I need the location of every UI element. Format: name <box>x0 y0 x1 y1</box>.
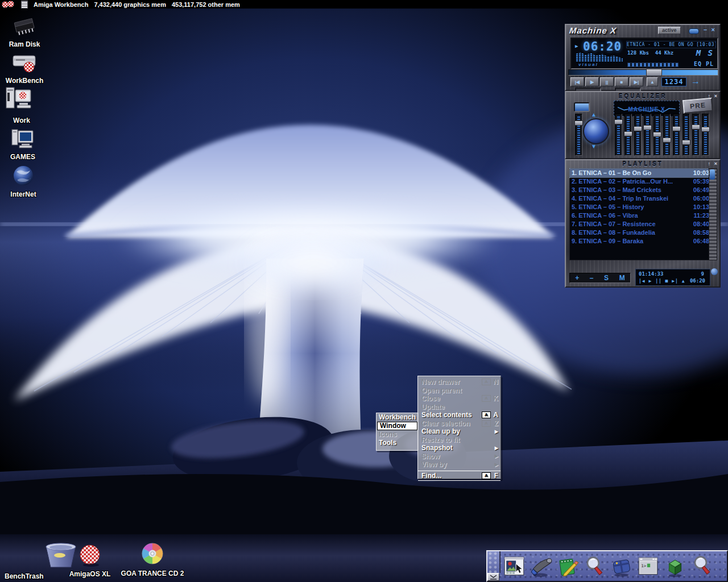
menu-item-new-drawer[interactable]: New drawerAN <box>418 378 500 386</box>
icon-label: AmigaOS XL <box>67 570 113 578</box>
track-counter-display: 1234 <box>661 77 686 86</box>
dock-notes-button[interactable] <box>557 554 580 580</box>
screen-depth-icon[interactable] <box>21 1 28 9</box>
preset-button[interactable]: PRE <box>682 98 713 114</box>
playlist-row[interactable]: 8.ETNICA – 08 – Funkadelia08:58 <box>570 228 711 237</box>
play-state-icon: ▶ <box>575 43 578 49</box>
eq-band-8[interactable] <box>682 114 690 156</box>
playlist-row[interactable]: 7.ETNICA – 07 – Resistence08:40 <box>570 220 711 228</box>
menu-item-view-by[interactable]: View by▶ <box>418 460 500 469</box>
eq-pl-buttons[interactable]: EQ PL <box>694 61 714 67</box>
menu-item-show[interactable]: Show▶ <box>418 452 500 461</box>
eject-button[interactable]: ▲ <box>647 77 658 86</box>
menu-item-snapshot[interactable]: Snapshot▶ <box>418 444 500 452</box>
next-button[interactable]: ▶| <box>630 77 643 86</box>
eq-band-7[interactable] <box>673 114 680 156</box>
desktop-icon-amigaos-xl[interactable]: AmigaOS XL <box>67 543 113 578</box>
menu-item-resize-to-fit[interactable]: Resize to fit <box>418 436 500 444</box>
menu-item-find[interactable]: Find...AF <box>418 471 500 481</box>
eq-band-9[interactable] <box>692 114 700 156</box>
select-button[interactable]: S <box>604 274 609 282</box>
dock-organizer-button[interactable] <box>610 554 633 580</box>
eq-band-6[interactable] <box>663 114 671 156</box>
playlist-row[interactable]: 2.ETNICA – 02 – Patricia...Our H...05:39 <box>570 177 711 186</box>
dock-search-button[interactable] <box>584 554 606 580</box>
desktop-icon-internet[interactable]: InterNet <box>7 164 40 198</box>
slider-thumb[interactable] <box>614 119 623 124</box>
play-button[interactable]: ▶ <box>585 77 599 86</box>
playlist-row[interactable]: 1.ETNICA – 01 – Be On Go10:03 <box>570 169 711 177</box>
menu-tools[interactable]: Tools <box>377 439 418 447</box>
menu-icons[interactable]: Icons <box>377 430 418 439</box>
slider-thumb[interactable] <box>653 132 661 137</box>
stop-button[interactable]: ■ <box>615 77 628 86</box>
eq-band-1[interactable] <box>615 114 622 156</box>
menu-item-clear-selection[interactable]: Clear selectionAZ <box>418 419 500 428</box>
close-button[interactable]: × <box>712 27 715 33</box>
playlist-row[interactable]: 6.ETNICA – 06 – Vibra11:23 <box>570 211 711 220</box>
desktop-icon-games[interactable]: GAMES <box>7 128 39 161</box>
playlist-close-gadget[interactable]: × <box>714 161 717 167</box>
playlist-scrollbar[interactable] <box>709 168 717 260</box>
playlist-row[interactable]: 4.ETNICA – 04 – Trip In Transkei06:00 <box>570 194 711 203</box>
menu-workbench[interactable]: Workbench <box>377 413 418 422</box>
dock-search-2-button[interactable] <box>690 554 713 580</box>
dock-shell-button[interactable]: 1> <box>637 554 660 580</box>
slider-thumb[interactable] <box>574 120 583 126</box>
dock-cube-button[interactable] <box>664 554 686 580</box>
remove-button[interactable]: – <box>590 274 594 282</box>
slider-thumb[interactable] <box>624 131 632 136</box>
playlist-row[interactable]: 3.ETNICA – 03 – Mad Crickets06:49 <box>570 186 711 194</box>
ram-chip-icon <box>12 15 37 38</box>
desktop-icon-goa-trance-cd[interactable]: GOA TRANCE CD 2 <box>121 542 184 577</box>
desktop-icon-ram-disk[interactable]: Ram Disk <box>5 15 44 48</box>
misc-button[interactable]: M <box>619 274 625 282</box>
next-arrow-button[interactable]: → <box>691 76 700 86</box>
eq-close-gadget[interactable]: × <box>714 93 717 99</box>
playlist-ball-button[interactable] <box>711 268 718 275</box>
add-button[interactable]: + <box>575 274 579 282</box>
desktop-icon-workbench[interactable]: WorkBench <box>3 52 46 85</box>
slider-thumb[interactable] <box>672 126 681 131</box>
dock-drag-handle[interactable] <box>487 551 500 573</box>
scrollbar-thumb[interactable] <box>710 169 715 180</box>
menu-item-open-parent[interactable]: Open parent <box>418 386 500 395</box>
slider-thumb[interactable] <box>634 126 642 131</box>
dock-sound-button[interactable] <box>530 554 553 580</box>
iconify-button[interactable] <box>689 28 699 34</box>
mini-transport[interactable]: |◀ ▶ || ■ ▶| ▲ <box>639 278 685 284</box>
playlist-row[interactable]: 9.ETNICA – 09 – Baraka06:48 <box>570 237 711 246</box>
menu-item-clean-up-by[interactable]: Clean up by▶ <box>418 427 500 436</box>
volume-down-icon[interactable]: ▼ <box>591 143 597 149</box>
dock-multiview-button[interactable] <box>503 554 526 580</box>
menu-item-close[interactable]: CloseAK <box>418 394 500 403</box>
eq-band-2[interactable] <box>624 114 632 156</box>
seek-bar[interactable] <box>568 69 718 76</box>
minimize-button[interactable]: – <box>704 27 707 33</box>
eq-band-10[interactable] <box>702 114 709 156</box>
balance-strip[interactable] <box>627 63 679 67</box>
slider-thumb[interactable] <box>643 125 652 130</box>
eq-band-4[interactable] <box>644 114 651 156</box>
slider-thumb[interactable] <box>682 140 690 145</box>
seek-handle[interactable] <box>646 69 662 76</box>
slider-thumb[interactable] <box>692 124 700 130</box>
preamp-slider[interactable] <box>575 114 582 156</box>
eq-band-5[interactable] <box>653 114 661 156</box>
eq-on-off-button[interactable] <box>574 102 590 112</box>
slider-thumb[interactable] <box>663 138 671 143</box>
dock-collapse-button[interactable] <box>487 573 499 581</box>
playlist-shade-gadget[interactable]: ↑ <box>708 161 711 167</box>
pause-button[interactable]: || <box>600 77 614 86</box>
volume-up-icon[interactable]: ▲ <box>591 111 597 118</box>
menu-item-select-contents[interactable]: Select contentsAA <box>418 411 500 419</box>
menu-window[interactable]: Window <box>377 422 417 430</box>
eq-band-3[interactable] <box>634 114 642 156</box>
slider-thumb[interactable] <box>701 127 710 132</box>
track-duration: 06:00 <box>693 194 709 203</box>
playlist-row[interactable]: 5.ETNICA – 05 – History10:13 <box>570 203 711 211</box>
desktop-icon-work[interactable]: Work <box>3 85 40 124</box>
prev-button[interactable]: |◀ <box>570 77 584 86</box>
volume-globe-knob[interactable] <box>583 118 609 144</box>
menu-item-update[interactable]: Update <box>418 403 500 411</box>
